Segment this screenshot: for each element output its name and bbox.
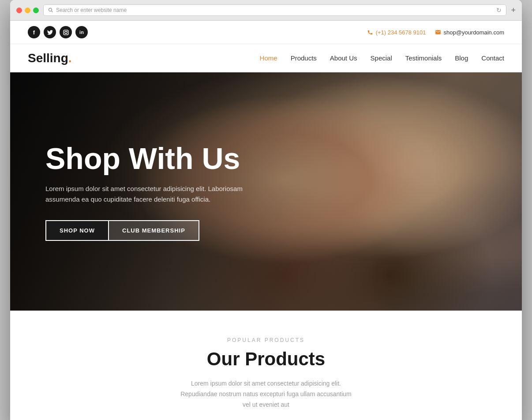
close-dot[interactable] [16,8,22,13]
hero-section: Shop With Us Lorem ipsum dolor sit amet … [10,72,522,311]
maximize-dot[interactable] [33,8,39,13]
facebook-icon[interactable]: f [28,26,40,38]
svg-point-4 [67,30,67,31]
hero-content: Shop With Us Lorem ipsum dolor sit amet … [10,72,522,311]
email-icon [435,29,441,35]
svg-point-3 [64,31,67,33]
contact-info: (+1) 234 5678 9101 shop@yourdomain.com [367,29,504,36]
nav-links: Home Products About Us Special Testimoni… [260,54,504,62]
search-icon [48,8,53,13]
club-membership-button[interactable]: CLUB MEMBERSHIP [109,220,199,241]
nav-item-blog[interactable]: Blog [455,54,468,62]
nav-link-testimonials: Testimonials [405,54,442,62]
nav-item-home[interactable]: Home [260,54,277,62]
social-icons: f in [28,26,88,38]
nav-link-about: About Us [330,54,357,62]
address-placeholder: Search or enter website name [56,7,127,13]
nav-link-special: Special [371,54,392,62]
browser-chrome: Search or enter website name ↻ + [10,0,522,21]
address-bar[interactable]: Search or enter website name ↻ [43,4,506,16]
nav-link-contact: Contact [481,54,504,62]
products-label: POPULAR PRODUCTS [28,337,504,343]
products-description: Lorem ipsum dolor sit amet consectetur a… [178,379,354,410]
hero-description: Lorem ipsum dolor sit amet consectetur a… [45,184,257,205]
shop-now-button[interactable]: SHOP NOW [45,220,109,241]
nav-link-blog: Blog [455,54,468,62]
new-tab-button[interactable]: + [511,6,516,15]
minimize-dot[interactable] [25,8,30,13]
logo[interactable]: Selling. [28,51,72,65]
email-address: shop@yourdomain.com [444,29,504,36]
top-bar: f in (+1) 234 5678 9101 shop@yourdomain.… [10,21,522,44]
products-section: POPULAR PRODUCTS Our Products Lorem ipsu… [10,311,522,420]
phone-icon [367,29,373,35]
email-info: shop@yourdomain.com [435,29,504,36]
nav-link-products: Products [291,54,317,62]
website-content: f in (+1) 234 5678 9101 shop@yourdomain.… [10,21,522,420]
svg-rect-2 [64,30,68,35]
nav-item-special[interactable]: Special [371,54,392,62]
browser-window: Search or enter website name ↻ + f in [10,0,522,420]
nav-item-testimonials[interactable]: Testimonials [405,54,442,62]
linkedin-icon[interactable]: in [75,26,88,38]
svg-point-0 [49,8,52,11]
navigation: Selling. Home Products About Us Special … [10,44,522,72]
nav-item-products[interactable]: Products [291,54,317,62]
phone-number: (+1) 234 5678 9101 [376,29,426,36]
products-title: Our Products [28,349,504,370]
nav-item-about[interactable]: About Us [330,54,357,62]
hero-title: Shop With Us [45,142,288,175]
nav-link-home: Home [260,54,277,62]
instagram-icon[interactable] [60,26,72,38]
hero-buttons: SHOP NOW CLUB MEMBERSHIP [45,220,487,241]
logo-dot: . [68,51,72,65]
twitter-icon[interactable] [44,26,56,38]
browser-dots [16,8,39,13]
phone-info: (+1) 234 5678 9101 [367,29,426,36]
refresh-icon[interactable]: ↻ [496,7,502,14]
nav-item-contact[interactable]: Contact [481,54,504,62]
svg-line-1 [52,11,53,12]
logo-text: Selling [28,51,68,65]
